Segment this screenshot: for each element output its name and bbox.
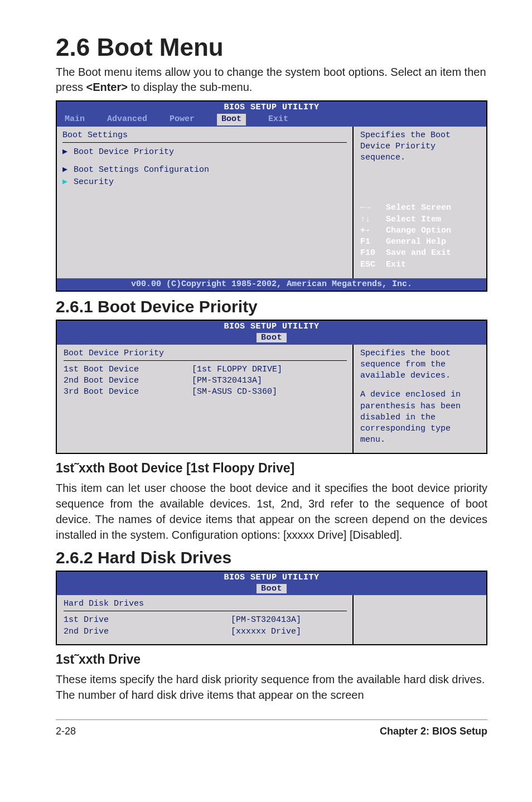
page-title: 2.6 Boot Menu <box>56 33 487 61</box>
drive-row-1[interactable]: 1st Drive [PM-ST320413A] <box>64 615 347 626</box>
bios-screenshot-boot-menu: BIOS SETUP UTILITY Main Advanced Power B… <box>56 100 487 292</box>
help-line: available devices. <box>360 370 481 381</box>
subheading-1st-xxth-boot: 1st˜xxth Boot Device [1st Floopy Drive] <box>56 461 487 476</box>
bios-header: BIOS SETUP UTILITY Boot <box>57 321 486 345</box>
key-desc: Select Screen <box>386 203 451 212</box>
help-keys: ←→Select Screen ↑↓Select Item +-Change O… <box>360 202 481 270</box>
drive-row-2[interactable]: 2nd Drive [xxxxxx Drive] <box>64 626 347 637</box>
row-label: 2nd Boot Device <box>64 375 192 386</box>
help-text: Specifies the Boot Device Priority seque… <box>360 130 481 164</box>
spacer <box>62 158 347 164</box>
help-line: Specifies the boot <box>360 348 481 359</box>
key: F1 <box>360 236 386 248</box>
help-line: disabled in the <box>360 412 481 423</box>
header-text: BIOS SETUP UTILITY <box>224 573 319 582</box>
spacer <box>360 381 481 389</box>
tab-main[interactable]: Main <box>65 114 85 125</box>
section-title: Boot Device Priority <box>64 348 347 359</box>
boot-device-row-1[interactable]: 1st Boot Device [1st FLOPPY DRIVE] <box>64 364 347 375</box>
key: F10 <box>360 248 386 259</box>
bios-main-pane: Boot Settings ▶ Boot Device Priority ▶ B… <box>57 127 352 278</box>
bios-header: BIOS SETUP UTILITY Boot <box>57 572 486 596</box>
menu-item-boot-settings-config[interactable]: ▶ Boot Settings Configuration <box>62 164 347 176</box>
section-261-heading: 2.6.1 Boot Device Priority <box>56 297 487 316</box>
divider <box>64 360 347 361</box>
key-desc: Save and Exit <box>386 248 451 258</box>
row-label: 2nd Drive <box>64 626 231 637</box>
paragraph-boot-device-desc: This item can let user choose the boot d… <box>56 480 487 543</box>
tab-advanced[interactable]: Advanced <box>107 114 147 125</box>
divider <box>64 611 347 611</box>
row-label: 3rd Boot Device <box>64 386 192 398</box>
boot-device-row-3[interactable]: 3rd Boot Device [SM-ASUS CD-S360] <box>64 386 347 398</box>
divider <box>62 142 347 143</box>
section-title: Hard Disk Drives <box>64 598 347 610</box>
bios-main-pane: Boot Device Priority 1st Boot Device [1s… <box>57 345 352 453</box>
chapter-label: Chapter 2: BIOS Setup <box>380 726 487 737</box>
intro-key: <Enter> <box>86 81 127 93</box>
row-value: [PM-ST320413A] <box>192 375 262 386</box>
key-desc: Exit <box>386 260 406 269</box>
tab-boot[interactable]: Boot <box>217 114 246 125</box>
boot-device-row-2[interactable]: 2nd Boot Device [PM-ST320413A] <box>64 375 347 386</box>
row-value: [PM-ST320413A] <box>231 615 301 626</box>
key-desc: Change Option <box>386 226 451 235</box>
submenu-arrow-icon: ▶ <box>62 177 70 188</box>
tab-boot[interactable]: Boot <box>257 584 287 593</box>
paragraph-drive-desc: These items specify the hard disk priori… <box>56 671 487 703</box>
help-line: menu. <box>360 434 481 446</box>
key-desc: General Help <box>386 237 446 247</box>
menu-item-label: Boot Device Priority <box>74 147 174 158</box>
bios-help-pane-blank <box>352 595 486 644</box>
key: ←→ <box>360 202 386 214</box>
help-line: sequence from the <box>360 359 481 370</box>
key: +- <box>360 225 386 236</box>
row-label: 1st Boot Device <box>64 364 192 375</box>
submenu-arrow-icon: ▶ <box>62 147 70 158</box>
bios-header: BIOS SETUP UTILITY <box>57 102 486 114</box>
bios-help-pane: Specifies the Boot Device Priority seque… <box>352 127 486 278</box>
menu-item-boot-device-priority[interactable]: ▶ Boot Device Priority <box>62 146 347 158</box>
key-desc: Select Item <box>386 215 441 224</box>
tab-exit[interactable]: Exit <box>268 114 288 125</box>
bios-screenshot-hard-disk-drives: BIOS SETUP UTILITY Boot Hard Disk Drives… <box>56 571 487 645</box>
bios-main-pane: Hard Disk Drives 1st Drive [PM-ST320413A… <box>57 595 352 644</box>
row-value: [1st FLOPPY DRIVE] <box>192 364 282 375</box>
page-footer: 2-28 Chapter 2: BIOS Setup <box>56 719 487 737</box>
row-value: [SM-ASUS CD-S360] <box>192 386 277 398</box>
subheading-1st-xxth-drive: 1st˜xxth Drive <box>56 652 487 667</box>
submenu-arrow-icon: ▶ <box>62 165 70 176</box>
menu-item-label: Security <box>74 177 114 188</box>
page-number: 2-28 <box>56 726 76 737</box>
section-262-heading: 2.6.2 Hard Disk Drives <box>56 548 487 567</box>
tab-boot[interactable]: Boot <box>257 333 287 342</box>
bios-footer: v00.00 (C)Copyright 1985-2002, American … <box>57 278 486 291</box>
tab-power[interactable]: Power <box>170 114 195 125</box>
help-line: A device enclosed in <box>360 389 481 400</box>
help-line: parenthesis has been <box>360 401 481 412</box>
row-value: [xxxxxx Drive] <box>231 626 301 637</box>
bios-tabs: Main Advanced Power Boot Exit <box>57 114 486 126</box>
menu-item-security[interactable]: ▶ Security <box>62 176 347 189</box>
bios-screenshot-boot-priority: BIOS SETUP UTILITY Boot Boot Device Prio… <box>56 320 487 454</box>
header-text: BIOS SETUP UTILITY <box>224 322 319 331</box>
row-label: 1st Drive <box>64 615 231 626</box>
key: ↑↓ <box>360 214 386 225</box>
intro-post: to display the sub-menu. <box>128 81 252 93</box>
bios-help-pane: Specifies the boot sequence from the ava… <box>352 345 486 453</box>
help-line: corresponding type <box>360 423 481 434</box>
menu-item-label: Boot Settings Configuration <box>74 165 209 176</box>
boot-settings-heading: Boot Settings <box>62 130 347 141</box>
key: ESC <box>360 259 386 270</box>
intro-text: The Boot menu items allow you to change … <box>56 65 487 95</box>
